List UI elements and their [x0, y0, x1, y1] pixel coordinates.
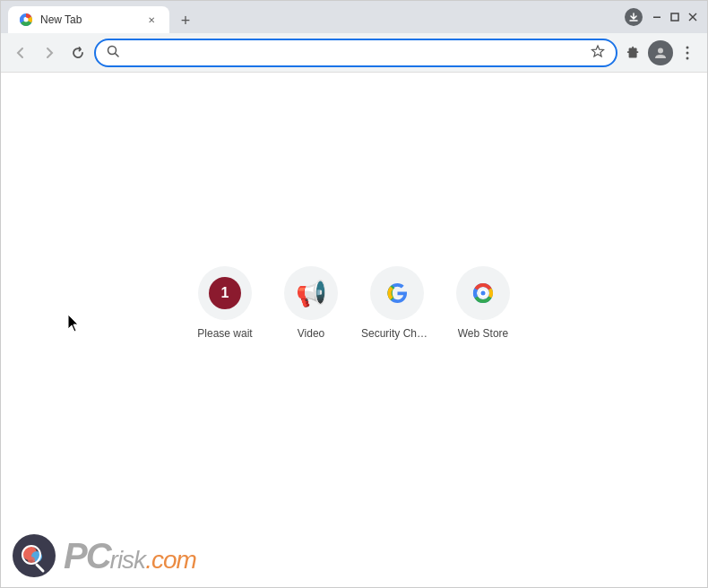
maximize-button[interactable] [668, 10, 682, 24]
window-controls [650, 10, 700, 24]
svg-point-11 [658, 48, 663, 53]
mouse-cursor [68, 315, 79, 331]
shortcut-please-wait[interactable]: 1 Please wait [189, 266, 261, 340]
menu-button[interactable] [675, 40, 700, 65]
shortcut-video[interactable]: 📢 Video [275, 266, 347, 340]
svg-point-14 [686, 56, 689, 59]
google-g-icon [381, 277, 413, 309]
pcrisk-logo-icon [12, 533, 56, 578]
toolbar-right [621, 40, 700, 65]
svg-point-12 [686, 46, 689, 48]
address-bar[interactable] [94, 39, 617, 67]
reload-button[interactable] [65, 40, 91, 65]
svg-line-10 [116, 54, 119, 57]
profile-button[interactable] [648, 40, 673, 65]
security-check-label: Security Chec... [361, 327, 433, 340]
back-button[interactable] [8, 40, 33, 65]
svg-point-15 [383, 279, 411, 307]
page-content: 1 Please wait 📢 Video [1, 73, 707, 587]
address-input[interactable] [125, 46, 585, 59]
toolbar [1, 33, 707, 73]
web-store-icon-bg [456, 266, 510, 320]
bookmark-star-icon[interactable] [591, 44, 605, 61]
video-label: Video [298, 327, 324, 340]
tab-title: New Tab [40, 13, 137, 26]
forward-button[interactable] [37, 40, 62, 65]
please-wait-badge-icon: 1 [209, 277, 241, 309]
shortcut-security-check[interactable]: Security Chec... [361, 266, 433, 340]
address-search-icon [107, 45, 119, 60]
please-wait-icon-bg: 1 [198, 266, 252, 320]
title-bar: New Tab ✕ + [1, 1, 707, 33]
svg-rect-6 [671, 13, 678, 21]
download-icon[interactable] [625, 8, 643, 26]
watermark-risk: risk [110, 546, 146, 575]
watermark-dotcom: .com [145, 546, 196, 575]
please-wait-label: Please wait [197, 327, 252, 340]
watermark-pc: PC [64, 536, 110, 576]
web-store-label: Web Store [458, 327, 508, 340]
shortcuts-container: 1 Please wait 📢 Video [189, 266, 519, 340]
active-tab[interactable]: New Tab ✕ [8, 6, 169, 33]
svg-point-13 [686, 51, 689, 54]
close-button[interactable] [686, 10, 700, 24]
shortcut-web-store[interactable]: Web Store [447, 266, 519, 340]
tab-strip: New Tab ✕ + [8, 1, 625, 33]
new-tab-button[interactable]: + [173, 8, 198, 33]
watermark: PC risk .com [12, 533, 196, 578]
svg-rect-5 [653, 17, 661, 19]
video-emoji-icon: 📢 [296, 279, 327, 308]
svg-point-19 [481, 291, 486, 296]
watermark-text: PC risk .com [64, 536, 196, 576]
tab-favicon [19, 13, 33, 27]
chrome-favicon-icon [19, 13, 33, 27]
minimize-button[interactable] [650, 10, 664, 24]
video-icon-bg: 📢 [284, 266, 338, 320]
svg-point-2 [24, 18, 29, 22]
extensions-button[interactable] [621, 40, 646, 65]
tab-close-button[interactable]: ✕ [144, 13, 159, 27]
web-store-icon [467, 277, 499, 309]
browser-window: New Tab ✕ + [0, 0, 708, 588]
security-check-icon-bg [370, 266, 424, 320]
